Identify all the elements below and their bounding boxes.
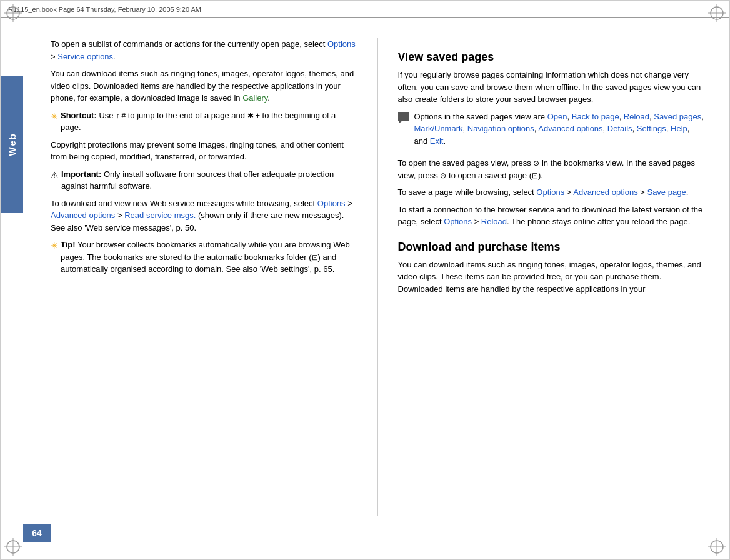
right-para5: You can download items such as ringing t…	[398, 259, 705, 296]
important-content: Important: Only install software from so…	[61, 168, 358, 192]
content-area: To open a sublist of commands or actions…	[51, 26, 704, 528]
corner-mark-bl	[4, 538, 22, 556]
page-container: R1115_en.book Page 64 Thursday, February…	[0, 0, 730, 560]
right-column: View saved pages If you regularly browse…	[398, 26, 705, 528]
right-save-page: Save page	[647, 188, 686, 197]
tip-sym: ⊡	[312, 253, 318, 262]
shortcut-icon: ✳	[51, 110, 58, 123]
important-icon: ⚠	[51, 169, 59, 182]
tip-content: Tip! Your browser collects bookmarks aut…	[61, 239, 358, 276]
note-open: Open	[548, 112, 568, 121]
right-sym1: ⊙	[533, 159, 539, 168]
note-content: Options in the saved pages view are Open…	[414, 111, 705, 148]
header-bar: R1115_en.book Page 64 Thursday, February…	[1, 1, 729, 18]
note-reload: Reload	[624, 112, 649, 121]
options-link-2: Options	[318, 199, 346, 208]
side-tab: Web	[1, 76, 23, 213]
right-para1: If you regularly browse pages containing…	[398, 69, 705, 106]
note-savedpages: Saved pages	[654, 112, 701, 121]
corner-mark-tl	[4, 4, 22, 22]
tip-box: ✳ Tip! Your browser collects bookmarks a…	[51, 239, 358, 276]
side-tab-label: Web	[7, 132, 18, 156]
note-icon-box: Options in the saved pages view are Open…	[398, 111, 705, 152]
view-saved-pages-heading: View saved pages	[398, 51, 705, 64]
note-exit: Exit	[430, 136, 444, 146]
shortcut-bold: Shortcut:	[61, 111, 97, 120]
right-sym2: ⊙	[440, 171, 446, 180]
shortcut-content: Shortcut: Use ↑ # to jump to the end of …	[61, 109, 358, 134]
right-para3: To save a page while browsing, select Op…	[398, 186, 705, 199]
read-service-msgs-link: Read service msgs.	[124, 211, 196, 220]
service-options-link: Service options	[58, 52, 113, 61]
column-divider	[378, 38, 378, 516]
note-help: Help	[671, 124, 688, 133]
note-icon	[398, 112, 409, 121]
shortcut-sym2: ✱ +	[248, 111, 260, 120]
note-backtopage: Back to page	[572, 112, 619, 121]
left-para4: To download and view new Web service mes…	[51, 198, 358, 234]
page-number-badge: 64	[23, 524, 51, 542]
tip-bold: Tip!	[61, 240, 76, 249]
note-advoptions: Advanced options	[538, 124, 602, 133]
note-details: Details	[608, 124, 632, 133]
right-para4: To start a connection to the browser ser…	[398, 204, 705, 228]
corner-mark-tr	[708, 4, 726, 22]
left-para2: You can download items such as ringing t…	[51, 68, 358, 104]
left-column: To open a sublist of commands or actions…	[51, 26, 358, 528]
right-options-link2: Options	[444, 217, 472, 226]
page-number: 64	[32, 528, 42, 538]
note-markunmark: Mark/Unmark	[414, 124, 463, 133]
note-navoptions: Navigation options	[468, 124, 534, 133]
right-options-link: Options	[536, 188, 564, 197]
right-reload-link: Reload	[481, 217, 507, 226]
left-para3: Copyright protections may prevent some i…	[51, 139, 358, 163]
tip-icon: ✳	[51, 239, 58, 252]
shortcut-sym1: ↑ #	[116, 111, 126, 120]
important-box: ⚠ Important: Only install software from …	[51, 168, 358, 192]
advanced-options-link: Advanced options	[51, 211, 115, 220]
header-text: R1115_en.book Page 64 Thursday, February…	[8, 6, 201, 13]
important-bold: Important:	[61, 169, 101, 179]
corner-mark-br	[708, 538, 726, 556]
right-para2: To open the saved pages view, press ⊙ in…	[398, 157, 705, 181]
gallery-link: Gallery	[242, 93, 268, 102]
options-link-1: Options	[328, 39, 356, 49]
right-adv-options: Advanced options	[573, 188, 638, 197]
shortcut-box: ✳ Shortcut: Use ↑ # to jump to the end o…	[51, 109, 358, 134]
note-settings: Settings	[637, 124, 666, 133]
left-para1: To open a sublist of commands or actions…	[51, 38, 358, 62]
right-sym3: ⊡	[532, 171, 538, 180]
download-purchase-heading: Download and purchase items	[398, 241, 705, 254]
